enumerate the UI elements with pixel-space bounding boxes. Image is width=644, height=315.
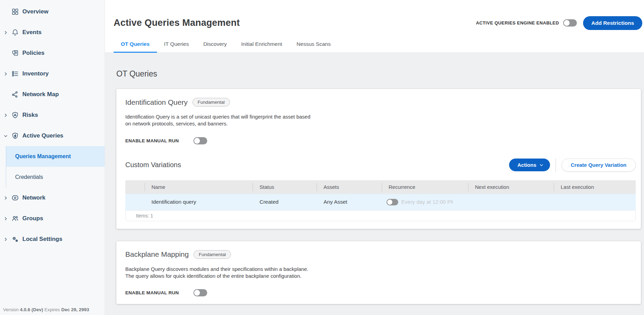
card-description: Identification Query is a set of unicast… xyxy=(125,113,636,128)
tab-ot-queries[interactable]: OT Queries xyxy=(114,35,157,52)
column-header-assets[interactable]: Assets xyxy=(317,180,382,194)
sidebar-item-label: Active Queries xyxy=(22,132,63,139)
add-restrictions-button[interactable]: Add Restrictions xyxy=(583,16,642,30)
sidebar-item-network-map[interactable]: Network Map xyxy=(0,84,105,105)
tab-it-queries[interactable]: IT Queries xyxy=(157,35,196,52)
actions-button[interactable]: Actions xyxy=(509,159,550,171)
chevron-down-icon xyxy=(3,133,11,138)
chevron-right-icon xyxy=(3,195,11,200)
bell-icon xyxy=(11,28,19,37)
sidebar-item-label: Events xyxy=(22,29,42,36)
sidebar-item-label: Local Settings xyxy=(22,236,62,243)
chevron-spacer xyxy=(3,51,11,55)
row-lead-cell xyxy=(125,194,145,210)
recurrence-toggle[interactable] xyxy=(387,199,398,205)
sidebar-item-policies[interactable]: Policies xyxy=(0,43,105,63)
active-queries-submenu: Queries Management Credentials xyxy=(6,146,105,187)
engine-enabled-toggle[interactable] xyxy=(563,19,577,27)
chevron-right-icon xyxy=(3,71,11,76)
network-map-icon xyxy=(11,90,19,99)
column-header-recurrence[interactable]: Recurrence xyxy=(382,180,468,194)
backplane-mapping-card: Backplane Mapping Fundamental Backplane … xyxy=(116,241,641,304)
sidebar-item-overview[interactable]: Overview xyxy=(0,1,105,22)
policies-icon xyxy=(11,49,19,57)
sidebar-subitem-label: Credentials xyxy=(15,174,43,180)
shield-warning-icon xyxy=(11,111,19,119)
chevron-right-icon xyxy=(3,113,11,118)
version-number: 4.0.6 (Dev) xyxy=(20,307,43,312)
page-title: Active Queries Management xyxy=(114,18,240,28)
create-query-variation-button[interactable]: Create Query Variation xyxy=(561,159,636,172)
enable-manual-run-toggle[interactable] xyxy=(193,137,207,144)
sidebar-item-label: Overview xyxy=(22,8,49,15)
chevron-right-icon xyxy=(3,237,11,242)
sidebar-subitem-credentials[interactable]: Credentials xyxy=(6,167,105,187)
tab-discovery[interactable]: Discovery xyxy=(196,35,234,52)
enable-manual-run-label: ENABLE MANUAL RUN xyxy=(125,290,179,295)
identification-query-card: Identification Query Fundamental Identif… xyxy=(116,89,641,229)
page-header: Active Queries Management ACTIVE QUERIES… xyxy=(105,0,644,53)
row-next-execution-cell xyxy=(468,194,554,210)
enable-manual-run-toggle[interactable] xyxy=(193,289,207,296)
card-title: Backplane Mapping xyxy=(125,250,189,258)
column-header-status[interactable]: Status xyxy=(253,180,317,194)
chevron-down-icon xyxy=(539,163,544,167)
sidebar-item-label: Risks xyxy=(22,112,38,119)
query-tabs: OT Queries IT Queries Discovery Initial … xyxy=(105,35,644,53)
sidebar-item-active-queries[interactable]: Active Queries xyxy=(0,125,105,146)
sidebar-subitem-label: Queries Management xyxy=(15,153,71,160)
table-row[interactable]: Identification query Created Any Asset E… xyxy=(125,194,636,210)
row-recurrence-cell: Every day at 12:00 PM xyxy=(382,194,468,210)
chevron-spacer xyxy=(3,92,11,97)
column-header-last-execution[interactable]: Last execution xyxy=(554,180,636,194)
column-header-next-execution[interactable]: Next execution xyxy=(468,180,554,194)
lead-column xyxy=(125,180,145,194)
version-info: Version 4.0.6 (Dev) Expires Dec 29, 2993 xyxy=(3,307,89,312)
sidebar-item-events[interactable]: Events xyxy=(0,22,105,43)
expires-date: Dec 29, 2993 xyxy=(61,307,89,312)
fundamental-badge: Fundamental xyxy=(193,250,231,259)
table-header-row: Name Status Assets Recurrence Next execu… xyxy=(125,180,636,194)
section-title: OT Queries xyxy=(116,69,641,79)
sidebar-item-groups[interactable]: Groups xyxy=(0,208,105,229)
enable-manual-run-label: ENABLE MANUAL RUN xyxy=(125,138,179,143)
expires-label: Expires xyxy=(44,307,60,312)
sidebar-item-local-settings[interactable]: Local Settings xyxy=(0,229,105,250)
column-header-name[interactable]: Name xyxy=(145,180,253,194)
table-items-count: Items: 1 xyxy=(125,210,636,221)
card-title: Identification Query xyxy=(125,98,188,106)
row-status-cell: Created xyxy=(253,194,317,210)
groups-icon xyxy=(11,214,19,223)
content-area: OT Queries Identification Query Fundamen… xyxy=(105,53,644,315)
sidebar-item-label: Policies xyxy=(22,50,44,57)
double-gears-icon xyxy=(11,235,19,243)
button-divider xyxy=(556,158,556,172)
custom-variations-table: Name Status Assets Recurrence Next execu… xyxy=(125,180,636,221)
chevron-spacer xyxy=(3,9,11,14)
app-root: Overview Events Policies Inventory xyxy=(0,0,644,315)
recurrence-text: Every day at 12:00 PM xyxy=(401,199,453,205)
card-description: Backplane Query discovers modules and th… xyxy=(125,266,636,280)
sidebar-item-label: Network xyxy=(22,194,45,201)
sidebar-item-risks[interactable]: Risks xyxy=(0,105,105,125)
version-prefix: Version xyxy=(3,307,19,312)
inventory-icon xyxy=(11,70,19,78)
gear-seal-icon xyxy=(11,194,19,202)
sidebar-item-label: Inventory xyxy=(22,70,49,77)
chevron-right-icon xyxy=(3,216,11,221)
main-area: Active Queries Management ACTIVE QUERIES… xyxy=(105,0,644,315)
tab-nessus-scans[interactable]: Nessus Scans xyxy=(289,35,338,52)
row-assets-cell: Any Asset xyxy=(317,194,382,210)
custom-variations-title: Custom Variations xyxy=(125,161,181,169)
row-last-execution-cell xyxy=(554,194,636,210)
sidebar-subitem-queries-management[interactable]: Queries Management xyxy=(6,146,105,167)
sidebar-item-network[interactable]: Network xyxy=(0,187,105,208)
engine-enabled-label: ACTIVE QUERIES ENGINE ENABLED xyxy=(476,20,559,26)
tab-initial-enrichment[interactable]: Initial Enrichment xyxy=(234,35,289,52)
sidebar: Overview Events Policies Inventory xyxy=(0,0,105,315)
chevron-right-icon xyxy=(3,30,11,35)
sidebar-item-inventory[interactable]: Inventory xyxy=(0,63,105,84)
overview-icon xyxy=(11,8,19,16)
sidebar-item-label: Groups xyxy=(22,215,43,222)
fundamental-badge: Fundamental xyxy=(192,98,230,106)
